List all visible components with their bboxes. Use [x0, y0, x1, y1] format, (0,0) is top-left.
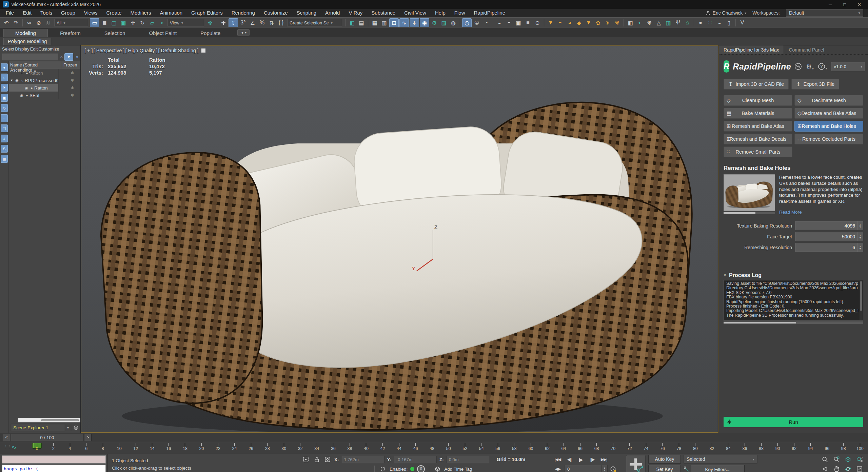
menu-customize[interactable]: Customize: [259, 9, 292, 17]
sphere-preview-icon[interactable]: ●: [696, 19, 705, 27]
select-and-move-icon[interactable]: ✛: [129, 19, 137, 27]
scene-explorer-name-combo[interactable]: Scene Explorer 1: [11, 424, 65, 431]
track-bar[interactable]: ⋮⋮ ∿ 02468101214161820222426283032343638…: [0, 442, 868, 454]
column-header-frozen[interactable]: Frozen: [61, 61, 80, 69]
grass-scatter-icon[interactable]: Ψ: [673, 19, 682, 27]
cleanup-mesh-button[interactable]: ◇Cleanup Mesh: [724, 95, 792, 106]
frozen-toggle[interactable]: ❄: [58, 84, 80, 92]
auto-key-button[interactable]: Auto Key: [648, 455, 681, 464]
menu-group[interactable]: Group: [57, 9, 80, 17]
maxscript-macro-field[interactable]: [2, 455, 106, 464]
menu-flow[interactable]: Flow: [450, 9, 470, 17]
spinner-arrows[interactable]: ▲▼: [857, 243, 863, 252]
menu-modifiers[interactable]: Modifiers: [126, 9, 156, 17]
asset-list-icon[interactable]: ≡: [524, 19, 532, 27]
filter-geometry-icon[interactable]: ●: [1, 63, 8, 71]
lattice-helper-icon[interactable]: △: [654, 19, 663, 27]
filter-xrefs-icon[interactable]: #: [1, 135, 8, 142]
visibility-eye-icon[interactable]: ◉: [24, 86, 29, 90]
key-mode-toggle[interactable]: ◀▶: [553, 465, 563, 472]
tab-command-panel[interactable]: Command Panel: [784, 45, 829, 54]
key-filter-icon[interactable]: [684, 466, 690, 472]
next-key-button[interactable]: ||▶: [587, 456, 597, 463]
free-light-icon[interactable]: ✿: [594, 19, 603, 27]
3ds-max-logo-icon[interactable]: 3: [3, 1, 9, 7]
collapse-icon[interactable]: ∨: [724, 273, 726, 277]
maxscript-listener-field[interactable]: hoops_path: (: [2, 465, 106, 472]
vray-dome-light-icon[interactable]: ◓: [556, 19, 565, 27]
zoom-extents-all-icon[interactable]: [854, 455, 865, 464]
import-asset-icon[interactable]: ◒: [495, 19, 504, 27]
menu-rendering[interactable]: Rendering: [227, 9, 259, 17]
maximize-button[interactable]: □: [843, 2, 846, 7]
align-icon[interactable]: ▤: [357, 19, 366, 27]
explorer-search-input[interactable]: [2, 54, 58, 60]
explorer-filter-button[interactable]: [64, 53, 73, 61]
undo-icon[interactable]: ↶: [2, 19, 11, 27]
keyboard-shortcut-override-icon[interactable]: ⇧: [229, 18, 238, 27]
spinner-arrows[interactable]: ▲▼: [857, 221, 863, 230]
time-configuration-icon[interactable]: [609, 465, 617, 472]
visibility-eye-icon[interactable]: ◉: [14, 78, 20, 83]
tab-rapidpipeline[interactable]: RapidPipeline for 3ds Max: [719, 45, 784, 54]
read-more-link[interactable]: Read More: [779, 209, 802, 215]
camera-sequencer-icon[interactable]: ⊙: [533, 19, 542, 27]
selection-lock-toggle[interactable]: [313, 456, 321, 463]
safe-scene-shield-icon[interactable]: [379, 465, 387, 472]
notification-count-badge[interactable]: 0: [417, 465, 425, 472]
filter-helpers-icon[interactable]: ◇: [1, 104, 8, 112]
frozen-toggle[interactable]: ❄: [58, 92, 80, 99]
filter-cameras-icon[interactable]: ▣: [1, 94, 8, 102]
ribbon-options-dropdown[interactable]: ▼▾: [237, 29, 250, 36]
go-to-start-button[interactable]: |◀◀: [553, 456, 563, 463]
current-frame-field[interactable]: 0 / 100: [11, 434, 83, 441]
z-coordinate-field[interactable]: 0.0m: [447, 456, 489, 463]
layers-icon[interactable]: [73, 425, 79, 430]
rendered-frame-window-icon[interactable]: ▨: [439, 19, 448, 27]
ribbon-tab-selection[interactable]: Selection: [93, 29, 137, 37]
menu-help[interactable]: Help: [431, 9, 450, 17]
close-button[interactable]: ✕: [857, 2, 861, 7]
render-iterative-icon[interactable]: ◷: [462, 18, 472, 27]
target-light-icon[interactable]: ▼: [584, 19, 593, 27]
face-target-field[interactable]: 50000▲▼: [795, 232, 863, 241]
filter-spacewarps-icon[interactable]: ≈: [1, 114, 8, 122]
unlink-selection-icon[interactable]: ⊘: [34, 19, 43, 27]
remesh-and-bake-decals-button[interactable]: ⊞Remesh and Bake Decals: [724, 134, 792, 144]
menu-graph-editors[interactable]: Graph Editors: [187, 9, 227, 17]
expander-icon[interactable]: ▼: [10, 79, 14, 82]
previous-key-button[interactable]: ◀||: [564, 456, 574, 463]
house-template-icon[interactable]: ⌂: [683, 19, 692, 27]
menu-edit[interactable]: Edit: [18, 9, 36, 17]
filter-groups-icon[interactable]: ▢: [1, 124, 8, 132]
spinner-arrows[interactable]: ▲▼: [857, 232, 863, 241]
set-key-button[interactable]: Set Key: [648, 465, 681, 472]
remove-occluded-parts-button[interactable]: ∷Remove Occluded Parts: [794, 134, 863, 144]
bind-to-space-warp-icon[interactable]: ≋: [44, 19, 53, 27]
percent-snap-icon[interactable]: %: [258, 19, 267, 27]
remeshing-resolution-field[interactable]: 6▲▼: [795, 243, 863, 252]
filter-containers-icon[interactable]: ▦: [1, 155, 8, 163]
table-row-ratton-0[interactable]: ●●Ratton❄: [9, 69, 80, 77]
absolute-offset-toggle[interactable]: [323, 456, 332, 463]
decimate-mesh-button[interactable]: ◇Decimate Mesh: [794, 95, 863, 106]
menu-civil-view[interactable]: Civil View: [400, 9, 431, 17]
zoom-all-icon[interactable]: [831, 455, 842, 464]
explorer-menu-customize[interactable]: Customize: [38, 46, 59, 52]
select-object-icon[interactable]: ▭: [90, 18, 99, 27]
run-button[interactable]: Run: [724, 417, 863, 427]
filter-lights-icon[interactable]: ☀: [1, 84, 8, 92]
select-and-manipulate-icon[interactable]: ✚: [219, 19, 228, 27]
render-online-icon[interactable]: ◔: [482, 19, 491, 27]
workspace-dropdown[interactable]: Default ▾: [786, 9, 863, 17]
field-of-view-icon[interactable]: [820, 465, 830, 472]
menu-scripting[interactable]: Scripting: [292, 9, 321, 17]
selection-filter-dropdown[interactable]: All▾: [54, 19, 88, 26]
zoom-extents-icon[interactable]: [843, 455, 853, 464]
help-icon[interactable]: ? ▾: [818, 63, 827, 70]
filter-bones-icon[interactable]: S: [1, 145, 8, 153]
process-log-output[interactable]: Saving asset to file "C:\Users\His\Docum…: [724, 280, 863, 321]
menu-tools[interactable]: Tools: [36, 9, 57, 17]
key-filters-button[interactable]: Key Filters...: [691, 465, 745, 472]
version-dropdown[interactable]: v1.0.0 ▾: [831, 62, 865, 71]
